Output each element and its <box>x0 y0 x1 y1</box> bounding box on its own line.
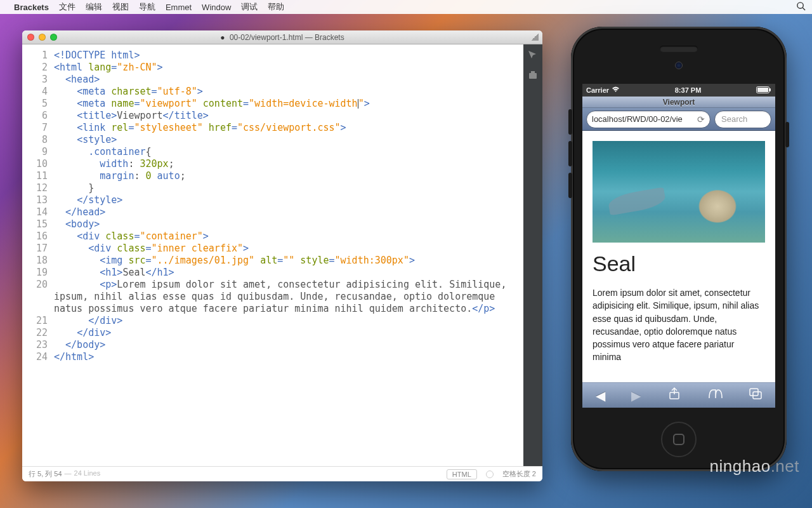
close-button[interactable] <box>27 34 34 41</box>
camera-icon <box>675 62 683 69</box>
window-title: ● 00-02/viewport-1.html — Brackets <box>220 33 344 42</box>
page-content[interactable]: Seal Lorem ipsum dolor sit amet, consect… <box>582 131 775 374</box>
menu-file[interactable]: 文件 <box>59 1 75 13</box>
search-field[interactable]: Search <box>714 110 771 128</box>
indent-setting[interactable]: 空格长度 2 <box>502 469 536 479</box>
line-gutter: 123456789101112131415161718192021222324 <box>22 44 54 466</box>
svg-rect-3 <box>531 71 535 73</box>
window-titlebar[interactable]: ● 00-02/viewport-1.html — Brackets <box>22 30 542 44</box>
iphone-device: Carrier 8:37 PM Viewport localhost/RWD/0… <box>571 27 787 471</box>
home-button[interactable] <box>661 422 697 457</box>
iphone-screen: Carrier 8:37 PM Viewport localhost/RWD/0… <box>582 84 775 408</box>
svg-rect-6 <box>769 88 771 91</box>
speaker-icon <box>660 46 698 52</box>
inspection-icon[interactable] <box>486 471 494 478</box>
line-count: 24 Lines <box>74 469 101 479</box>
svg-point-0 <box>797 3 803 8</box>
spotlight-icon[interactable] <box>796 1 806 13</box>
reload-icon[interactable]: ⟳ <box>697 114 705 124</box>
battery-icon <box>756 86 771 95</box>
bookmarks-icon[interactable] <box>708 388 723 403</box>
menu-debug[interactable]: 调试 <box>241 1 258 13</box>
url-text: localhost/RWD/00-02/vie <box>592 114 683 124</box>
forward-icon[interactable]: ▶ <box>631 388 641 403</box>
share-icon[interactable] <box>667 387 681 403</box>
safari-title: Viewport <box>582 97 775 108</box>
mac-menubar: Brackets 文件 编辑 视图 导航 Emmet Window 调试 帮助 <box>0 0 812 14</box>
menu-view[interactable]: 视图 <box>112 1 129 13</box>
zoom-button[interactable] <box>50 34 57 41</box>
menu-window[interactable]: Window <box>202 3 231 12</box>
fullscreen-icon[interactable] <box>531 33 539 41</box>
url-field[interactable]: localhost/RWD/00-02/vie ⟳ <box>586 110 710 128</box>
brackets-window: ● 00-02/viewport-1.html — Brackets 12345… <box>22 30 542 481</box>
wifi-icon <box>612 86 620 94</box>
code-editor[interactable]: 123456789101112131415161718192021222324 … <box>22 44 523 466</box>
live-preview-icon[interactable] <box>527 50 539 61</box>
menu-emmet[interactable]: Emmet <box>166 3 192 12</box>
svg-line-1 <box>802 8 805 10</box>
tabs-icon[interactable] <box>749 388 762 403</box>
menu-navigate[interactable]: 导航 <box>139 1 155 13</box>
extensions-sidebar <box>523 44 542 466</box>
svg-rect-2 <box>529 73 537 79</box>
menu-help[interactable]: 帮助 <box>268 1 284 13</box>
app-name[interactable]: Brackets <box>14 3 49 12</box>
page-body-text: Lorem ipsum dolor sit amet, consectetur … <box>593 286 765 364</box>
seal-image <box>593 141 765 243</box>
status-bar: 行 5, 列 54 — 24 Lines HTML 空格长度 2 <box>22 466 542 481</box>
extensions-icon[interactable] <box>527 70 539 81</box>
page-heading: Seal <box>593 251 765 276</box>
search-placeholder: Search <box>721 114 747 124</box>
menu-edit[interactable]: 编辑 <box>86 1 102 13</box>
safari-toolbar: ◀ ▶ <box>582 382 775 408</box>
carrier-label: Carrier <box>586 86 609 94</box>
code-content[interactable]: <!DOCTYPE html><html lang="zh-CN"> <head… <box>54 44 523 466</box>
watermark: ninghao.net <box>710 457 799 476</box>
cursor-position: 行 5, 列 54 <box>29 469 62 479</box>
svg-rect-5 <box>757 88 768 92</box>
minimize-button[interactable] <box>39 34 46 41</box>
clock-label: 8:37 PM <box>675 86 702 94</box>
back-icon[interactable]: ◀ <box>596 388 605 403</box>
safari-urlbar: localhost/RWD/00-02/vie ⟳ Search <box>582 108 775 131</box>
ios-status-bar: Carrier 8:37 PM <box>582 84 775 97</box>
window-controls <box>27 34 57 41</box>
language-mode[interactable]: HTML <box>447 469 477 479</box>
